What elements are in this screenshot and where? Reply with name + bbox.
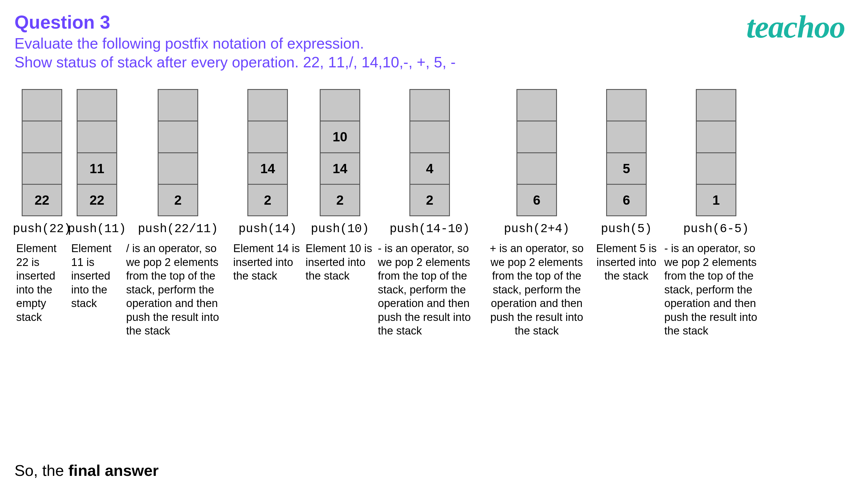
stack-cell bbox=[607, 89, 646, 121]
push-operation-label: push(6-5) bbox=[683, 222, 749, 236]
stack-cell bbox=[517, 121, 556, 152]
stack-cell bbox=[697, 89, 736, 121]
stack-box: 2211 bbox=[77, 89, 117, 216]
stack-cell: 14 bbox=[248, 152, 287, 184]
stack-cell: 2 bbox=[248, 184, 287, 216]
stack-box: 24 bbox=[409, 89, 450, 216]
stack-cell: 6 bbox=[607, 184, 646, 216]
stack-cell: 5 bbox=[607, 152, 646, 184]
stack-step-8: 65push(5)Element 5 is inserted into the … bbox=[590, 89, 662, 283]
stack-cell bbox=[697, 152, 736, 184]
stack-box: 214 bbox=[247, 89, 288, 216]
stack-step-1: 22push(22)Element 22 is inserted into th… bbox=[14, 89, 69, 324]
stack-step-9: 1push(6-5)- is an operator, so we pop 2 … bbox=[662, 89, 770, 338]
stack-box: 1 bbox=[696, 89, 736, 216]
push-operation-label: push(14) bbox=[239, 222, 297, 236]
step-description: Element 14 is inserted into the stack bbox=[231, 242, 304, 283]
title-block: Question 3 Evaluate the following postfi… bbox=[14, 11, 746, 72]
stack-cell: 1 bbox=[697, 184, 736, 216]
stack-cell bbox=[410, 121, 449, 152]
push-operation-label: push(22/11) bbox=[138, 222, 218, 236]
final-prefix: So, the bbox=[14, 462, 68, 479]
stack-cell: 22 bbox=[78, 184, 116, 216]
stack-cell bbox=[78, 89, 116, 121]
push-operation-label: push(2+4) bbox=[504, 222, 570, 236]
stack-cell bbox=[517, 89, 556, 121]
stack-cell: 6 bbox=[517, 184, 556, 216]
final-answer-line: So, the final answer bbox=[14, 461, 159, 479]
stack-box: 22 bbox=[22, 89, 62, 216]
stack-cell: 2 bbox=[410, 184, 449, 216]
push-operation-label: push(14-10) bbox=[390, 222, 470, 236]
header: Question 3 Evaluate the following postfi… bbox=[14, 11, 857, 72]
push-operation-label: push(10) bbox=[311, 222, 369, 236]
stack-cell: 2 bbox=[320, 184, 359, 216]
step-description: Element 5 is inserted into the stack bbox=[590, 242, 662, 283]
stack-box: 2 bbox=[158, 89, 198, 216]
stack-cell: 4 bbox=[410, 152, 449, 184]
stack-cell bbox=[697, 121, 736, 152]
step-description: + is an operator, so we pop 2 elements f… bbox=[483, 242, 590, 338]
push-operation-label: push(22) bbox=[13, 222, 71, 236]
stack-cell bbox=[410, 89, 449, 121]
teachoo-logo: teachoo bbox=[746, 9, 845, 45]
stack-cell: 22 bbox=[23, 184, 61, 216]
stacks-row: 22push(22)Element 22 is inserted into th… bbox=[14, 89, 857, 338]
stack-box: 6 bbox=[517, 89, 557, 216]
final-bold: final answer bbox=[68, 462, 159, 479]
stack-cell: 2 bbox=[159, 184, 197, 216]
stack-cell bbox=[23, 121, 61, 152]
stack-cell: 10 bbox=[320, 121, 359, 152]
stack-cell bbox=[23, 89, 61, 121]
stack-box: 65 bbox=[606, 89, 647, 216]
stack-cell bbox=[78, 121, 116, 152]
stack-cell bbox=[607, 121, 646, 152]
step-description: Element 22 is inserted into the empty st… bbox=[14, 242, 69, 324]
stack-cell bbox=[159, 89, 197, 121]
stack-step-6: 24push(14-10)- is an operator, so we pop… bbox=[376, 89, 483, 338]
stack-cell bbox=[517, 152, 556, 184]
question-title: Question 3 bbox=[14, 11, 746, 33]
step-description: Element 10 is inserted into the stack bbox=[304, 242, 376, 283]
push-operation-label: push(5) bbox=[601, 222, 652, 236]
stack-cell bbox=[159, 121, 197, 152]
step-description: / is an operator, so we pop 2 elements f… bbox=[124, 242, 231, 338]
step-description: - is an operator, so we pop 2 elements f… bbox=[662, 242, 770, 338]
stack-cell bbox=[23, 152, 61, 184]
stack-step-7: 6push(2+4)+ is an operator, so we pop 2 … bbox=[483, 89, 590, 338]
stack-box: 21410 bbox=[320, 89, 360, 216]
stack-cell bbox=[320, 89, 359, 121]
stack-step-3: 2push(22/11)/ is an operator, so we pop … bbox=[124, 89, 231, 338]
stack-step-2: 2211push(11)Element 11 is inserted into … bbox=[69, 89, 124, 311]
step-description: Element 11 is inserted into the stack bbox=[69, 242, 124, 311]
stack-cell: 14 bbox=[320, 152, 359, 184]
push-operation-label: push(11) bbox=[68, 222, 126, 236]
stack-cell bbox=[159, 152, 197, 184]
stack-step-4: 214push(14)Element 14 is inserted into t… bbox=[231, 89, 304, 283]
step-description: - is an operator, so we pop 2 elements f… bbox=[376, 242, 483, 338]
stack-step-5: 21410push(10)Element 10 is inserted into… bbox=[304, 89, 376, 283]
question-line-2: Show status of stack after every operati… bbox=[14, 53, 746, 72]
stack-cell bbox=[248, 121, 287, 152]
stack-cell bbox=[248, 89, 287, 121]
question-line-1: Evaluate the following postfix notation … bbox=[14, 34, 746, 53]
stack-cell: 11 bbox=[78, 152, 116, 184]
